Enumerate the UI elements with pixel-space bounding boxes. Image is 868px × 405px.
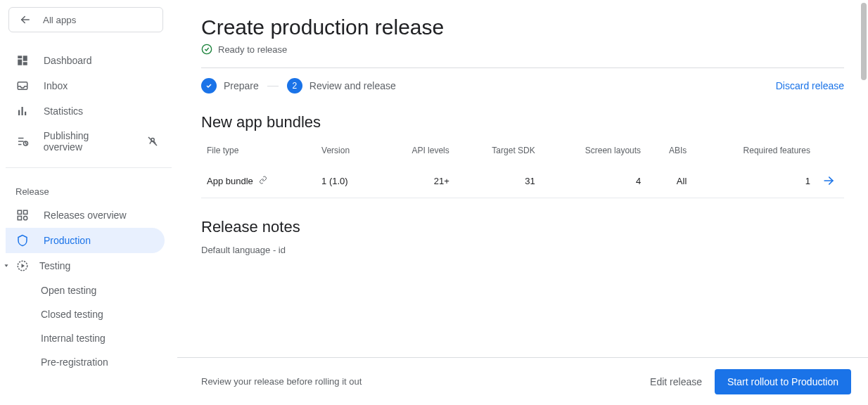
cell-api-levels: 21+ (378, 164, 454, 198)
production-icon (15, 234, 30, 247)
col-api-levels: API levels (378, 137, 454, 164)
page-title: Create production release (201, 15, 844, 39)
svg-rect-18 (24, 210, 27, 214)
section-release-label: Release (6, 176, 172, 202)
sidebar-item-label: Testing (39, 260, 70, 271)
col-abis: ABIs (646, 137, 692, 164)
footer-bar: Review your release before rolling it ou… (177, 357, 868, 405)
col-required-features: Required features (692, 137, 816, 164)
step-prepare[interactable]: Prepare (201, 78, 259, 94)
step-check-icon (201, 78, 217, 94)
step-number-icon: 2 (287, 78, 302, 94)
cell-screen-layouts: 4 (541, 164, 646, 198)
svg-rect-1 (18, 56, 22, 58)
col-target-sdk: Target SDK (455, 137, 541, 164)
sidebar-item-label: Releases overview (44, 210, 127, 221)
svg-point-20 (24, 217, 27, 220)
svg-point-24 (202, 44, 211, 53)
sidebar-item-inbox[interactable]: Inbox (6, 73, 165, 98)
col-version: Version (316, 137, 378, 164)
svg-rect-3 (18, 60, 22, 65)
svg-rect-19 (18, 217, 21, 220)
sidebar-item-statistics[interactable]: Statistics (6, 98, 165, 124)
ready-label: Ready to release (218, 44, 287, 55)
step-label: Prepare (224, 80, 259, 91)
edit-release-button[interactable]: Edit release (650, 376, 702, 387)
all-apps-button[interactable]: All apps (8, 7, 163, 32)
sidebar-item-pre-registration[interactable]: Pre-registration (6, 350, 172, 374)
svg-rect-6 (18, 110, 20, 116)
check-circle-icon (201, 44, 212, 55)
bundles-title: New app bundles (201, 113, 844, 131)
stepper: Prepare 2 Review and release (201, 78, 396, 94)
sidebar-item-label: Dashboard (44, 55, 92, 66)
sidebar-divider (6, 167, 172, 168)
sidebar-item-open-testing[interactable]: Open testing (6, 278, 172, 302)
sidebar-item-closed-testing[interactable]: Closed testing (6, 302, 172, 326)
col-file-type: File type (201, 137, 316, 164)
release-notes-language: Default language - id (201, 245, 844, 255)
cell-target-sdk: 31 (455, 164, 541, 198)
sidebar-item-label: Publishing overview (44, 130, 129, 153)
discard-release-button[interactable]: Discard release (776, 80, 844, 91)
svg-marker-23 (22, 264, 25, 268)
release-notes-title: Release notes (201, 218, 844, 236)
table-row: App bundle 1 (1.0) 21+ 31 4 All 1 (201, 164, 844, 198)
sidebar-item-testing[interactable]: Testing (10, 253, 165, 278)
sidebar-item-production[interactable]: Production (6, 228, 165, 253)
all-apps-label: All apps (43, 15, 76, 25)
bundles-table: File type Version API levels Target SDK … (201, 137, 844, 198)
cell-version: 1 (1.0) (316, 164, 378, 198)
sidebar-item-publishing-overview[interactable]: Publishing overview (6, 124, 139, 159)
sidebar: All apps Dashboard Inbox Statistics (0, 0, 177, 405)
row-details-button[interactable] (822, 174, 838, 188)
statistics-icon (15, 105, 30, 117)
step-review[interactable]: 2 Review and release (287, 78, 396, 94)
svg-rect-4 (23, 62, 27, 65)
svg-rect-17 (18, 210, 21, 214)
cell-required-features: 1 (692, 164, 816, 198)
arrow-left-icon (19, 13, 32, 26)
step-label: Review and release (309, 80, 396, 91)
cell-file-type: App bundle (207, 176, 253, 186)
sidebar-item-label: Inbox (44, 80, 68, 91)
scrollbar[interactable] (861, 3, 867, 80)
caret-down-icon[interactable] (3, 262, 10, 269)
dashboard-icon (15, 54, 30, 67)
col-screen-layouts: Screen layouts (541, 137, 646, 164)
attachment-icon (258, 176, 268, 186)
svg-line-14 (25, 143, 27, 145)
testing-icon (15, 259, 30, 272)
svg-rect-2 (23, 56, 27, 61)
main-content: Create production release Ready to relea… (177, 0, 868, 405)
footer-message: Review your release before rolling it ou… (201, 376, 362, 387)
sidebar-item-internal-testing[interactable]: Internal testing (6, 326, 172, 350)
svg-marker-21 (5, 264, 8, 266)
sidebar-item-dashboard[interactable]: Dashboard (6, 48, 165, 73)
svg-rect-8 (25, 112, 26, 115)
divider (201, 68, 844, 68)
inbox-icon (15, 79, 30, 92)
sidebar-item-releases-overview[interactable]: Releases overview (6, 202, 165, 228)
start-rollout-button[interactable]: Start rollout to Production (715, 369, 851, 394)
releases-overview-icon (15, 209, 30, 221)
sidebar-item-label: Statistics (44, 105, 83, 117)
cell-abis: All (646, 164, 692, 198)
publishing-icon (15, 135, 30, 148)
ready-status: Ready to release (201, 44, 844, 55)
svg-rect-7 (22, 107, 23, 115)
step-connector (267, 86, 279, 86)
publishing-status-icon (146, 135, 159, 148)
sidebar-item-label: Production (44, 235, 91, 246)
